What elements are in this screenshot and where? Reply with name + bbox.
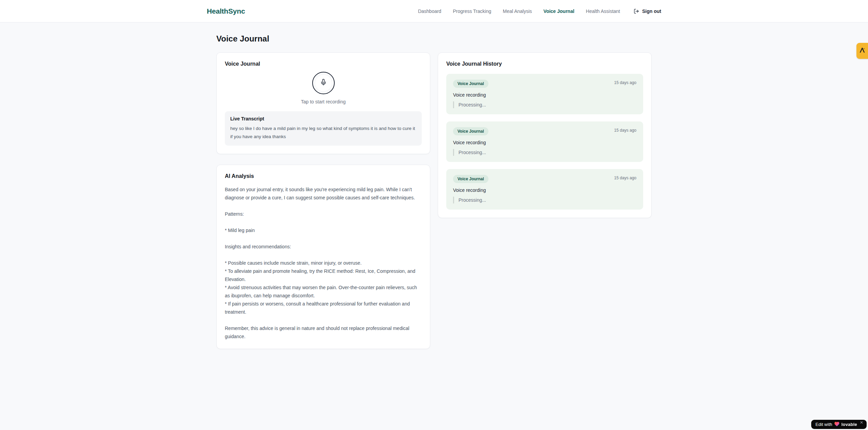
analysis-paragraph: Insights and recommendations: — [225, 243, 422, 251]
nav-item-meal-analysis[interactable]: Meal Analysis — [503, 9, 532, 14]
live-transcript-title: Live Transcript — [230, 116, 416, 121]
page-title: Voice Journal — [216, 34, 652, 44]
nav-item-progress-tracking[interactable]: Progress Tracking — [453, 9, 491, 14]
nav-item-voice-journal[interactable]: Voice Journal — [544, 9, 574, 14]
ai-analysis-title: AI Analysis — [225, 173, 422, 179]
analysis-paragraph: Remember, this advice is general in natu… — [225, 324, 422, 341]
lovable-prefix-label: Edit with — [816, 422, 832, 427]
entry-timestamp: 15 days ago — [614, 80, 636, 85]
live-transcript-text: hey so like I do have a mild pain in my … — [230, 125, 416, 141]
lovable-edit-badge[interactable]: Edit with lovable ✕ — [811, 420, 867, 429]
ai-analysis-body: Based on your journal entry, it sounds l… — [225, 185, 422, 341]
history-entry[interactable]: Voice Journal 15 days ago Voice recordin… — [446, 121, 643, 162]
history-entry[interactable]: Voice Journal 15 days ago Voice recordin… — [446, 74, 643, 114]
sign-out-button[interactable]: Sign out — [634, 9, 661, 14]
entry-processing-status: Processing... — [453, 149, 636, 156]
entry-summary: Voice recording — [453, 92, 636, 98]
analysis-paragraph: * Possible causes include muscle strain,… — [225, 259, 422, 316]
extension-logo-icon — [859, 47, 866, 55]
heart-icon — [834, 422, 839, 427]
analysis-paragraph: * Mild leg pain — [225, 226, 422, 234]
history-card-title: Voice Journal History — [446, 61, 643, 67]
browser-extension-button[interactable] — [856, 43, 868, 59]
app-logo[interactable]: HealthSync — [207, 7, 245, 15]
voice-journal-card: Voice Journal Tap to start rec — [216, 52, 430, 154]
entry-processing-status: Processing... — [453, 101, 636, 108]
history-entry[interactable]: Voice Journal 15 days ago Voice recordin… — [446, 169, 643, 210]
logout-icon — [634, 9, 639, 14]
sign-out-label: Sign out — [642, 9, 661, 14]
entry-timestamp: 15 days ago — [614, 127, 636, 133]
right-column: Voice Journal History Voice Journal 15 d… — [438, 52, 652, 218]
main-content: Voice Journal Voice Journal — [0, 22, 868, 349]
analysis-paragraph: Patterns: — [225, 210, 422, 218]
top-nav-bar: HealthSync Dashboard Progress Tracking M… — [0, 0, 868, 22]
lovable-brand-label: lovable — [841, 422, 857, 427]
entry-type-badge: Voice Journal — [453, 175, 488, 183]
microphone-icon — [320, 79, 327, 87]
nav-item-dashboard[interactable]: Dashboard — [418, 9, 441, 14]
entry-processing-status: Processing... — [453, 197, 636, 203]
analysis-paragraph: Based on your journal entry, it sounds l… — [225, 185, 422, 202]
entry-timestamp: 15 days ago — [614, 175, 636, 180]
entry-type-badge: Voice Journal — [453, 80, 488, 88]
entry-type-badge: Voice Journal — [453, 127, 488, 135]
recorder-card-title: Voice Journal — [225, 61, 422, 67]
entry-summary: Voice recording — [453, 187, 636, 194]
left-column: Voice Journal Tap to start rec — [216, 52, 430, 349]
tap-to-record-hint: Tap to start recording — [301, 99, 346, 104]
ai-analysis-card: AI Analysis Based on your journal entry,… — [216, 165, 430, 349]
main-nav: Dashboard Progress Tracking Meal Analysi… — [418, 9, 661, 14]
close-icon[interactable]: ✕ — [860, 421, 863, 424]
entry-summary: Voice recording — [453, 139, 636, 146]
voice-journal-history-card: Voice Journal History Voice Journal 15 d… — [438, 52, 652, 218]
history-list: Voice Journal 15 days ago Voice recordin… — [446, 74, 643, 210]
nav-item-health-assistant[interactable]: Health Assistant — [586, 9, 620, 14]
live-transcript-box: Live Transcript hey so like I do have a … — [225, 111, 422, 146]
record-button[interactable] — [312, 72, 335, 94]
